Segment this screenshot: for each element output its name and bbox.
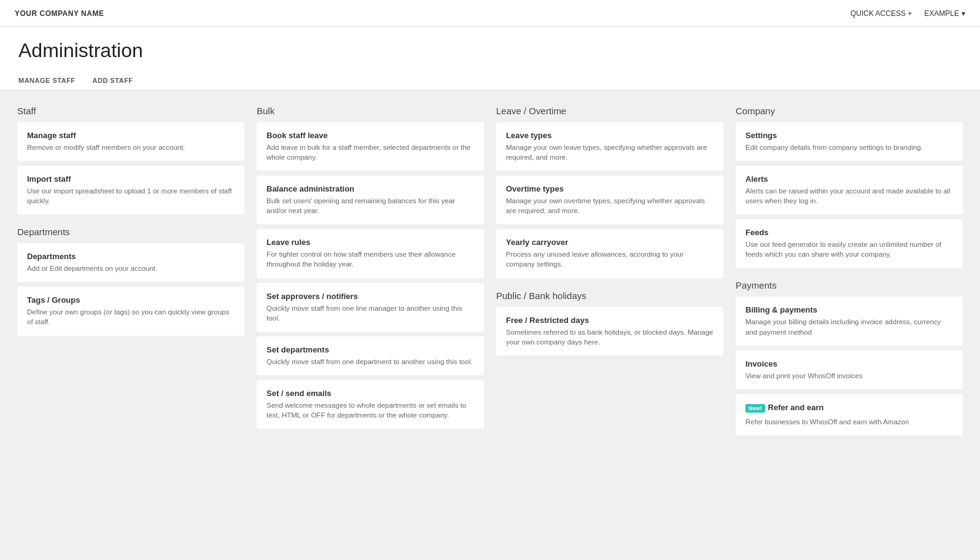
card-title-book-staff-leave: Book staff leave xyxy=(266,131,474,140)
card-desc-billing-payments: Manage your billing details including in… xyxy=(745,317,953,336)
section-title-public-bank-holidays: Public / Bank holidays xyxy=(496,290,723,301)
card-title-alerts: Alerts xyxy=(745,174,953,184)
card-title-row-refer-earn: New! Refer and earn xyxy=(745,403,953,414)
card-departments[interactable]: Departments Add or Edit departments on y… xyxy=(17,243,244,282)
card-desc-feeds: Use our feed generator to easily create … xyxy=(745,239,953,259)
top-nav-right: QUICK ACCESS + EXAMPLE ▾ xyxy=(850,9,965,18)
card-billing-payments[interactable]: Billing & payments Manage your billing d… xyxy=(736,297,963,345)
card-manage-staff[interactable]: Manage staff Remove or modify staff memb… xyxy=(17,122,244,161)
company-name: YOUR COMPANY NAME xyxy=(15,9,104,18)
section-title-payments: Payments xyxy=(736,280,963,290)
card-desc-yearly-carryover: Process any unused leave allowances, acc… xyxy=(506,249,714,269)
page-header: Administration MANAGE STAFF ADD STAFF xyxy=(0,27,980,91)
tab-add-staff[interactable]: ADD STAFF xyxy=(93,72,141,90)
card-title-refer-earn: Refer and earn xyxy=(768,403,824,412)
card-overtime-types[interactable]: Overtime types Manage your own overtime … xyxy=(496,176,723,224)
tab-manage-staff[interactable]: MANAGE STAFF xyxy=(18,72,83,90)
card-desc-refer-earn: Refer businesses to WhosOff and earn wit… xyxy=(745,417,953,427)
card-settings[interactable]: Settings Edit company details from compa… xyxy=(736,122,963,161)
card-set-send-emails[interactable]: Set / send emails Send welcome messages … xyxy=(257,380,484,429)
card-leave-types[interactable]: Leave types Manage your own leave types,… xyxy=(496,122,723,171)
card-desc-import-staff: Use our import spreadsheet to upload 1 o… xyxy=(27,186,235,206)
card-balance-administration[interactable]: Balance administration Bulk set users' o… xyxy=(257,176,484,224)
card-desc-set-send-emails: Send welcome messages to whole departmen… xyxy=(266,400,474,420)
card-set-approvers[interactable]: Set approvers / notifiers Quickly move s… xyxy=(257,283,484,332)
card-tags-groups[interactable]: Tags / Groups Define your own groups (or… xyxy=(17,287,244,335)
card-title-set-approvers: Set approvers / notifiers xyxy=(266,292,474,301)
column-staff: Staff Manage staff Remove or modify staf… xyxy=(17,106,244,341)
card-desc-settings: Edit company details from company settin… xyxy=(745,142,953,152)
card-title-set-send-emails: Set / send emails xyxy=(266,389,474,398)
card-free-restricted-days[interactable]: Free / Restricted days Sometimes referre… xyxy=(496,307,723,356)
card-desc-manage-staff: Remove or modify staff members on your a… xyxy=(27,142,235,152)
card-title-overtime-types: Overtime types xyxy=(506,184,714,193)
card-desc-departments: Add or Edit departments on your account. xyxy=(27,263,235,273)
card-title-leave-types: Leave types xyxy=(506,131,714,140)
card-yearly-carryover[interactable]: Yearly carryover Process any unused leav… xyxy=(496,229,723,278)
card-desc-alerts: Alerts can be raised within your account… xyxy=(745,186,953,206)
main-content: Staff Manage staff Remove or modify staf… xyxy=(0,91,980,560)
column-leave-overtime: Leave / Overtime Leave types Manage your… xyxy=(496,106,723,360)
card-title-free-restricted-days: Free / Restricted days xyxy=(506,316,714,325)
card-title-yearly-carryover: Yearly carryover xyxy=(506,238,714,247)
section-title-leave-overtime: Leave / Overtime xyxy=(496,106,723,116)
card-title-import-staff: Import staff xyxy=(27,174,235,184)
card-feeds[interactable]: Feeds Use our feed generator to easily c… xyxy=(736,219,963,268)
top-navigation: YOUR COMPANY NAME QUICK ACCESS + EXAMPLE… xyxy=(0,0,980,27)
quick-access-button[interactable]: QUICK ACCESS + xyxy=(850,9,912,18)
card-title-tags-groups: Tags / Groups xyxy=(27,295,235,305)
card-title-manage-staff: Manage staff xyxy=(27,131,235,140)
section-title-company: Company xyxy=(736,106,963,116)
page-title: Administration xyxy=(18,39,962,62)
card-desc-leave-types: Manage your own leave types, specifying … xyxy=(506,142,714,162)
card-desc-leave-rules: For tighter control on how staff members… xyxy=(266,249,474,269)
card-title-invoices: Invoices xyxy=(745,359,953,368)
new-badge: New! xyxy=(745,404,765,413)
card-desc-set-departments: Quickly move staff from one department t… xyxy=(266,357,474,367)
sections-grid: Staff Manage staff Remove or modify staf… xyxy=(17,106,963,440)
card-desc-invoices: View and print your WhosOff invoices xyxy=(745,371,953,381)
card-desc-book-staff-leave: Add leave in bulk for a staff member, se… xyxy=(266,142,474,162)
card-desc-free-restricted-days: Sometimes referred to as bank holidays, … xyxy=(506,327,714,347)
card-refer-earn[interactable]: New! Refer and earn Refer businesses to … xyxy=(736,394,963,435)
card-import-staff[interactable]: Import staff Use our import spreadsheet … xyxy=(17,166,244,214)
column-bulk: Bulk Book staff leave Add leave in bulk … xyxy=(257,106,484,434)
card-desc-balance-administration: Bulk set users' opening and remaining ba… xyxy=(266,196,474,216)
card-title-settings: Settings xyxy=(745,131,953,140)
card-title-balance-administration: Balance administration xyxy=(266,184,474,193)
card-title-set-departments: Set departments xyxy=(266,345,474,354)
section-title-bulk: Bulk xyxy=(257,106,484,116)
card-set-departments[interactable]: Set departments Quickly move staff from … xyxy=(257,336,484,375)
card-title-feeds: Feeds xyxy=(745,228,953,237)
card-title-billing-payments: Billing & payments xyxy=(745,305,953,314)
card-alerts[interactable]: Alerts Alerts can be raised within your … xyxy=(736,166,963,214)
page-tabs: MANAGE STAFF ADD STAFF xyxy=(18,72,962,90)
card-title-departments: Departments xyxy=(27,252,235,261)
account-dropdown[interactable]: EXAMPLE ▾ xyxy=(924,9,965,18)
section-title-staff: Staff xyxy=(17,106,244,116)
section-title-departments: Departments xyxy=(17,227,244,237)
card-desc-tags-groups: Define your own groups (or tags) so you … xyxy=(27,307,235,327)
column-company: Company Settings Edit company details fr… xyxy=(736,106,963,440)
card-desc-overtime-types: Manage your own overtime types, specifyi… xyxy=(506,196,714,216)
card-book-staff-leave[interactable]: Book staff leave Add leave in bulk for a… xyxy=(257,122,484,171)
card-desc-set-approvers: Quickly move staff from one line manager… xyxy=(266,303,474,323)
card-leave-rules[interactable]: Leave rules For tighter control on how s… xyxy=(257,229,484,278)
card-invoices[interactable]: Invoices View and print your WhosOff inv… xyxy=(736,351,963,389)
card-title-leave-rules: Leave rules xyxy=(266,238,474,247)
